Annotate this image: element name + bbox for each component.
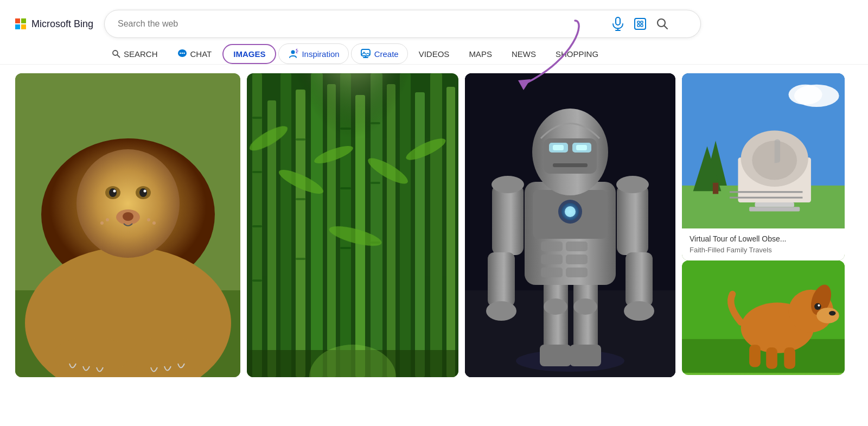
svg-point-38 <box>106 218 109 221</box>
svg-line-12 <box>117 55 120 58</box>
svg-point-40 <box>147 218 150 221</box>
search-nav-icon <box>112 49 120 58</box>
svg-rect-0 <box>616 17 620 25</box>
svg-point-120 <box>789 85 822 105</box>
svg-point-16 <box>183 53 185 54</box>
svg-rect-5 <box>641 21 643 23</box>
svg-rect-59 <box>252 117 262 119</box>
image-card-observatory[interactable]: Virtual Tour of Lowell Obse... Faith-Fil… <box>682 73 845 260</box>
lion-image <box>15 73 240 377</box>
svg-rect-68 <box>340 247 351 249</box>
nav-item-videos[interactable]: VIDEOS <box>410 44 458 64</box>
image-card-bamboo[interactable] <box>247 73 458 377</box>
observatory-caption-line1: Virtual Tour of Lowell Obse... <box>690 234 786 243</box>
bamboo-svg <box>247 73 458 377</box>
logo-square-green <box>21 18 26 23</box>
svg-rect-56 <box>415 92 425 377</box>
ironman-image <box>465 73 675 377</box>
svg-point-43 <box>129 336 205 374</box>
bamboo-image <box>247 73 458 377</box>
logo-square-red <box>15 18 20 23</box>
image-grid: Virtual Tour of Lowell Obse... Faith-Fil… <box>0 65 868 415</box>
brand-name: Microsoft Bing <box>31 18 93 30</box>
svg-point-106 <box>616 176 649 193</box>
svg-point-17 <box>291 50 295 54</box>
svg-rect-142 <box>784 348 795 369</box>
visual-search-button[interactable] <box>631 15 649 33</box>
svg-rect-58 <box>446 87 455 377</box>
svg-rect-127 <box>755 202 794 207</box>
svg-point-104 <box>486 301 516 321</box>
nav-item-news[interactable]: NEWS <box>503 44 545 64</box>
svg-point-138 <box>818 304 820 307</box>
svg-rect-129 <box>730 191 802 193</box>
nav-item-chat[interactable]: CHAT <box>169 43 221 64</box>
search-bar-container <box>104 10 701 38</box>
svg-rect-6 <box>637 24 640 27</box>
svg-rect-98 <box>566 255 588 264</box>
svg-rect-101 <box>492 185 524 255</box>
svg-line-20 <box>296 52 297 53</box>
image-card-dog[interactable] <box>682 260 845 375</box>
logo-area: Microsoft Bing <box>15 18 93 30</box>
mic-button[interactable] <box>610 15 626 33</box>
logo-square-blue <box>15 24 20 29</box>
svg-rect-114 <box>553 145 564 150</box>
svg-point-32 <box>109 188 117 197</box>
svg-point-39 <box>100 221 104 225</box>
nav-item-maps[interactable]: MAPS <box>460 44 501 64</box>
inspiration-icon <box>288 48 298 59</box>
nav-item-create[interactable]: Create <box>351 43 408 64</box>
svg-point-108 <box>624 301 654 321</box>
svg-line-18 <box>296 49 297 50</box>
svg-rect-116 <box>553 163 588 167</box>
visual-search-icon <box>634 17 647 30</box>
svg-point-29 <box>76 149 180 258</box>
svg-rect-141 <box>766 348 777 369</box>
svg-rect-123 <box>713 183 718 194</box>
image-card-ironman[interactable] <box>465 73 675 377</box>
svg-rect-47 <box>280 73 291 377</box>
microsoft-logo <box>15 18 26 29</box>
dog-svg <box>682 260 845 373</box>
right-column: Virtual Tour of Lowell Obse... Faith-Fil… <box>682 73 845 406</box>
svg-rect-107 <box>626 252 653 307</box>
ironman-svg <box>465 73 675 377</box>
nav-item-search[interactable]: SEARCH <box>103 44 167 64</box>
svg-rect-60 <box>252 171 262 173</box>
svg-point-42 <box>53 336 129 374</box>
svg-line-9 <box>665 26 668 29</box>
observatory-caption: Virtual Tour of Lowell Obse... Faith-Fil… <box>682 228 845 260</box>
nav-bar: SEARCH CHAT IMAGES Inspiration <box>0 38 868 65</box>
svg-point-41 <box>152 221 156 225</box>
svg-point-137 <box>814 303 821 310</box>
svg-point-15 <box>181 53 183 54</box>
svg-point-139 <box>829 311 835 315</box>
svg-rect-100 <box>566 268 588 277</box>
nav-item-shopping[interactable]: SHOPPING <box>547 44 607 64</box>
svg-rect-115 <box>576 145 587 150</box>
svg-rect-97 <box>541 255 563 264</box>
lion-svg <box>15 73 240 377</box>
svg-point-14 <box>180 53 181 54</box>
svg-rect-64 <box>296 198 305 200</box>
svg-rect-61 <box>252 225 262 227</box>
mic-icon <box>612 17 624 31</box>
svg-point-94 <box>565 206 576 217</box>
svg-rect-96 <box>566 241 588 251</box>
svg-rect-130 <box>730 197 802 199</box>
image-card-lion[interactable] <box>15 73 240 377</box>
svg-point-37 <box>123 212 133 221</box>
svg-rect-65 <box>296 258 305 260</box>
svg-point-34 <box>113 190 116 193</box>
svg-point-33 <box>139 188 147 197</box>
svg-rect-57 <box>430 73 442 377</box>
nav-item-images[interactable]: IMAGES <box>222 44 276 64</box>
search-glass-icon <box>656 18 668 30</box>
nav-item-inspiration[interactable]: Inspiration <box>278 43 348 64</box>
search-button[interactable] <box>654 16 671 32</box>
svg-point-87 <box>573 298 597 315</box>
svg-rect-7 <box>641 24 643 27</box>
svg-point-86 <box>544 298 567 315</box>
svg-point-102 <box>492 176 524 193</box>
